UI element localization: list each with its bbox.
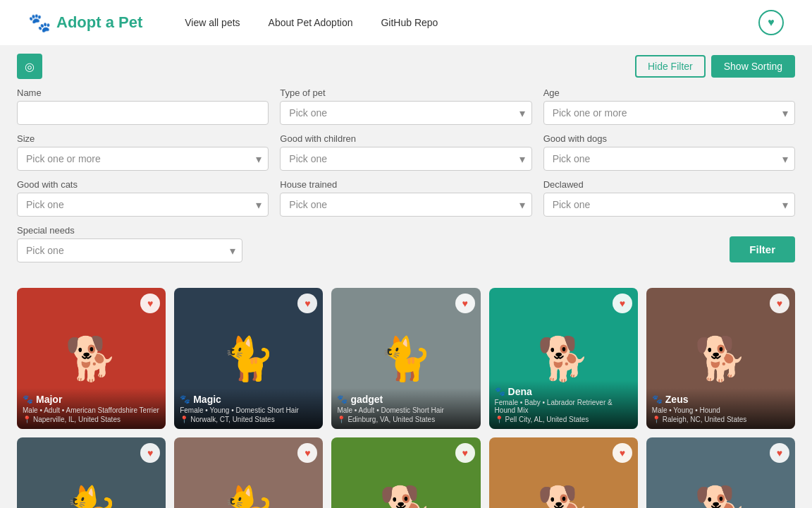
filter-good-dogs-field: Good with dogs Pick one Yes No bbox=[543, 133, 795, 171]
pet-card[interactable]: 🐕 ♥ 🐾 Lucyanna Female • Adult • Mixed 📍 … bbox=[489, 437, 638, 508]
show-sorting-button[interactable]: Show Sorting bbox=[711, 55, 795, 78]
nav-link[interactable]: About Pet Adoption bbox=[269, 17, 353, 28]
nav-link[interactable]: GitHub Repo bbox=[381, 17, 438, 28]
pet-type-icon: 🐾 bbox=[652, 394, 663, 404]
logo-text: Adopt a Pet bbox=[56, 13, 142, 32]
filter-special-needs-field: Special needs Pick one Yes No bbox=[17, 225, 242, 262]
age-select[interactable]: Pick one or more Baby Young Adult Senior bbox=[543, 101, 795, 125]
filter-good-cats-field: Good with cats Pick one Yes No bbox=[17, 179, 269, 217]
filter-good-children-field: Good with children Pick one Yes No bbox=[280, 133, 531, 171]
pet-location: 📍 Edinburg, VA, United States bbox=[337, 416, 474, 423]
pet-card-overlay: 🐾 gadget Male • Adult • Domestic Short H… bbox=[331, 388, 480, 429]
filter-good-children-label: Good with children bbox=[280, 133, 531, 144]
filter-area: ◎ Hide Filter Show Sorting Name Type of … bbox=[0, 45, 812, 277]
pet-location: 📍 Raleigh, NC, United States bbox=[652, 416, 789, 423]
pet-card-overlay: 🐾 Magic Female • Young • Domestic Short … bbox=[174, 388, 323, 429]
pet-favorite-button[interactable]: ♥ bbox=[613, 443, 632, 463]
pet-card-overlay: 🐾 Zeus Male • Young • Hound 📍 Raleigh, N… bbox=[646, 388, 795, 429]
filter-action-buttons: Hide Filter Show Sorting bbox=[635, 55, 795, 78]
filter-name-label: Name bbox=[17, 87, 269, 98]
pet-details: Male • Adult • Domestic Short Hair bbox=[337, 406, 474, 414]
declawed-select[interactable]: Pick one Yes No bbox=[543, 193, 795, 217]
pet-favorite-button[interactable]: ♥ bbox=[455, 294, 475, 313]
location-pin-icon: 📍 bbox=[337, 416, 345, 423]
pet-type-icon: 🐾 bbox=[337, 394, 347, 404]
pet-favorite-button[interactable]: ♥ bbox=[770, 294, 789, 313]
pet-type-icon: 🐾 bbox=[495, 387, 505, 397]
pet-details: Male • Adult • American Staffordshire Te… bbox=[23, 406, 160, 414]
good-dogs-select[interactable]: Pick one Yes No bbox=[543, 147, 795, 171]
special-needs-select[interactable]: Pick one Yes No bbox=[17, 238, 242, 262]
pet-favorite-button[interactable]: ♥ bbox=[140, 443, 160, 463]
pet-card[interactable]: 🐈 ♥ 🐾 gadget Male • Adult • Domestic Sho… bbox=[331, 288, 480, 429]
filter-house-trained-label: House trained bbox=[280, 179, 531, 190]
filter-topbar: ◎ Hide Filter Show Sorting bbox=[17, 54, 795, 79]
pet-favorite-button[interactable]: ♥ bbox=[770, 443, 789, 463]
location-pin-icon: 📍 bbox=[495, 416, 503, 423]
filter-type-label: Type of pet bbox=[280, 87, 531, 98]
filter-bottom-row: Special needs Pick one Yes No Filter bbox=[17, 225, 795, 262]
pet-card[interactable]: 🐕 ♥ 🐾 Dena Female • Baby • Labrador Retr… bbox=[489, 288, 638, 429]
good-cats-select[interactable]: Pick one Yes No bbox=[17, 193, 269, 217]
pet-favorite-button[interactable]: ♥ bbox=[455, 443, 475, 463]
pet-card[interactable]: 🐕 ♥ 🐾 Skipp Male • Young • Beagle Mix 📍 … bbox=[331, 437, 480, 508]
filter-age-label: Age bbox=[543, 87, 795, 98]
size-select[interactable]: Pick one or more Small Medium Large Extr… bbox=[17, 147, 269, 171]
pet-location: 📍 Pell City, AL, United States bbox=[495, 416, 632, 423]
pet-name: 🐾 Zeus bbox=[652, 394, 789, 405]
pet-details: Female • Young • Domestic Short Hair bbox=[180, 406, 317, 414]
filter-name-field: Name bbox=[17, 87, 269, 125]
pet-favorite-button[interactable]: ♥ bbox=[140, 294, 160, 313]
filter-button[interactable]: Filter bbox=[730, 236, 795, 262]
filter-size-field: Size Pick one or more Small Medium Large… bbox=[17, 133, 269, 171]
heart-icon: ♥ bbox=[768, 16, 775, 29]
pet-details: Female • Baby • Labrador Retriever & Hou… bbox=[495, 399, 632, 414]
favorites-button[interactable]: ♥ bbox=[758, 10, 784, 35]
pet-name: 🐾 Magic bbox=[180, 394, 317, 405]
location-pin-icon: 📍 bbox=[180, 416, 188, 423]
nav: View all petsAbout Pet AdoptionGitHub Re… bbox=[185, 17, 758, 28]
pet-card[interactable]: 🐕 ♥ 🐾 Major Male • Adult • American Staf… bbox=[17, 288, 166, 429]
pet-card[interactable]: 🐕 ♥ 🐾 Zeus Male • Young • Hound 📍 Raleig… bbox=[646, 288, 795, 429]
good-children-select[interactable]: Pick one Yes No bbox=[280, 147, 531, 171]
filter-declawed-label: Declawed bbox=[543, 179, 795, 190]
pet-card-overlay: 🐾 Dena Female • Baby • Labrador Retrieve… bbox=[489, 380, 638, 429]
filter-grid: Name Type of pet Pick one Dog Cat Bird R… bbox=[17, 87, 795, 217]
nav-link[interactable]: View all pets bbox=[185, 17, 240, 28]
pet-name: 🐾 Major bbox=[23, 394, 160, 405]
pet-details: Male • Young • Hound bbox=[652, 406, 789, 414]
pets-section: 🐕 ♥ 🐾 Major Male • Adult • American Staf… bbox=[0, 277, 812, 508]
paw-icon: 🐾 bbox=[28, 12, 51, 34]
location-pin-icon: 📍 bbox=[652, 416, 660, 423]
pet-type-icon: 🐾 bbox=[23, 394, 33, 404]
pet-type-icon: 🐾 bbox=[180, 394, 190, 404]
house-trained-select[interactable]: Pick one Yes No bbox=[280, 193, 531, 217]
pet-card[interactable]: 🐈 ♥ 🐾 F036 Male • Baby • American Shorth… bbox=[174, 437, 323, 508]
name-input[interactable] bbox=[17, 101, 269, 125]
pet-card[interactable]: 🐈 ♥ 🐾 String Bean Female • Adult • Cat 📍… bbox=[17, 437, 166, 508]
filter-good-cats-label: Good with cats bbox=[17, 179, 269, 190]
pet-location: 📍 Naperville, IL, United States bbox=[23, 416, 160, 423]
pet-card-overlay: 🐾 Major Male • Adult • American Stafford… bbox=[17, 388, 166, 429]
filter-age-field: Age Pick one or more Baby Young Adult Se… bbox=[543, 87, 795, 125]
logo: 🐾 Adopt a Pet bbox=[28, 12, 142, 34]
filter-type-field: Type of pet Pick one Dog Cat Bird Rabbit bbox=[280, 87, 531, 125]
location-pin-icon: 📍 bbox=[23, 416, 31, 423]
filter-special-needs-label: Special needs bbox=[17, 225, 242, 236]
pets-grid: 🐕 ♥ 🐾 Major Male • Adult • American Staf… bbox=[17, 288, 795, 508]
filter-house-trained-field: House trained Pick one Yes No bbox=[280, 179, 531, 217]
header: 🐾 Adopt a Pet View all petsAbout Pet Ado… bbox=[0, 0, 812, 45]
filter-good-dogs-label: Good with dogs bbox=[543, 133, 795, 144]
filter-size-label: Size bbox=[17, 133, 269, 144]
type-select[interactable]: Pick one Dog Cat Bird Rabbit bbox=[280, 101, 531, 125]
pet-name: 🐾 gadget bbox=[337, 394, 474, 405]
location-icon-button[interactable]: ◎ bbox=[17, 54, 42, 79]
pet-card[interactable]: 🐈 ♥ 🐾 Magic Female • Young • Domestic Sh… bbox=[174, 288, 323, 429]
location-icon: ◎ bbox=[25, 60, 35, 73]
hide-filter-button[interactable]: Hide Filter bbox=[635, 55, 706, 78]
pet-favorite-button[interactable]: ♥ bbox=[613, 294, 632, 313]
filter-declawed-field: Declawed Pick one Yes No bbox=[543, 179, 795, 217]
pet-location: 📍 Norwalk, CT, United States bbox=[180, 416, 317, 423]
pet-card[interactable]: 🐕 ♥ 🐾 Malarkey Female • Baby • Shepherd … bbox=[646, 437, 795, 508]
pet-name: 🐾 Dena bbox=[495, 386, 632, 397]
